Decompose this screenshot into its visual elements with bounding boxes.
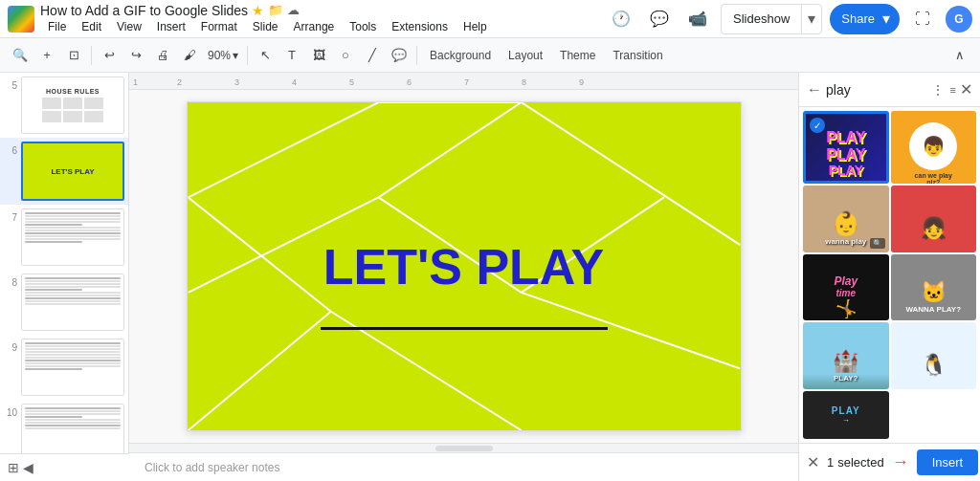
gif-format-btn[interactable]: ≡ (950, 84, 956, 96)
house-rules-label: HOUSE RULES (46, 88, 100, 95)
slide-title: LET'S PLAY (323, 238, 605, 295)
share-button-group: Share ▾ (830, 4, 900, 34)
gif-item-9[interactable]: PLAY → (803, 391, 889, 439)
comment-add-btn[interactable]: 💬 (387, 43, 412, 68)
gif-close-btn[interactable]: ✕ (960, 80, 972, 98)
main-content: 5 HOUSE RULES 6 (0, 73, 980, 481)
line-btn[interactable]: ╱ (360, 43, 385, 68)
app-icon (8, 6, 34, 33)
text-btn[interactable]: T (279, 43, 304, 68)
gif-item-1[interactable]: PLAY PLAY PLAY ✓ (803, 111, 889, 184)
gif-item-7[interactable]: 🏰 PLAY? (803, 322, 889, 389)
scrollbar-thumb[interactable] (435, 446, 493, 451)
menu-file[interactable]: File (40, 18, 74, 35)
slide-thumb-8 (21, 273, 124, 331)
slide-num-9: 9 (4, 342, 17, 353)
speaker-notes[interactable]: Click to add speaker notes (129, 452, 798, 481)
menu-insert[interactable]: Insert (149, 18, 193, 35)
slide-canvas[interactable]: LET'S PLAY (187, 101, 742, 431)
paint-format-btn[interactable]: 🖌 (177, 43, 202, 68)
share-main-btn[interactable]: Share (841, 11, 875, 26)
slide-item-7[interactable]: 7 (0, 205, 128, 270)
transition-btn[interactable]: Transition (605, 47, 670, 64)
gif-item-2[interactable]: 👦 can we play plz? (891, 111, 977, 184)
comment-icon[interactable]: 💬 (644, 4, 675, 34)
gif-item-6[interactable]: 🐱 WANNA PLAY? (891, 254, 977, 321)
ruler-horizontal: 1 2 3 4 5 6 7 8 9 (129, 73, 798, 90)
layout-btn[interactable]: Layout (501, 47, 550, 64)
gif-panel: ← play ⋮ ≡ ✕ PLAY PLAY PLAY ✓ 👦 (798, 73, 980, 481)
slide-item-5[interactable]: 5 HOUSE RULES (0, 73, 128, 138)
menu-tools[interactable]: Tools (342, 18, 384, 35)
image-btn[interactable]: 🖼 (306, 43, 331, 68)
expand-icon[interactable]: ⛶ (907, 4, 938, 34)
avatar[interactable]: G (946, 6, 972, 33)
undo-btn[interactable]: ↩ (97, 43, 122, 68)
gif-item-3[interactable]: 👶 wanna play 🔍 (803, 186, 889, 252)
menu-extensions[interactable]: Extensions (384, 18, 456, 35)
gif-search-title: play (826, 82, 927, 98)
svg-text:8: 8 (522, 77, 526, 87)
menu-view[interactable]: View (109, 18, 149, 35)
gif-item-5[interactable]: Play time 🤸 (803, 254, 889, 321)
background-btn[interactable]: Background (422, 47, 499, 64)
menu-slide[interactable]: Slide (245, 18, 286, 35)
svg-text:3: 3 (234, 77, 239, 87)
full-screen-btn[interactable]: ⊡ (61, 43, 86, 68)
selected-number: 1 (827, 455, 834, 470)
menu-edit[interactable]: Edit (74, 18, 109, 35)
slide-item-8[interactable]: 8 (0, 270, 128, 335)
selected-count-display: 1 selected (827, 455, 884, 470)
zoom-display[interactable]: 90% ▾ (204, 49, 242, 62)
redo-btn[interactable]: ↪ (123, 43, 148, 68)
svg-text:2: 2 (177, 77, 182, 87)
grid-view-btn[interactable]: ⊞ (8, 460, 19, 475)
slide-item-9[interactable]: 9 (0, 335, 128, 400)
doc-title: How to Add a GIF to Google Slides ★ 📁 ☁ (40, 3, 600, 18)
gif-item-8[interactable]: 🐧 (891, 322, 977, 389)
svg-line-9 (188, 102, 378, 197)
slide-thumb-6: LET'S PLAY (21, 142, 124, 201)
slide-num-6: 6 (4, 145, 17, 156)
svg-text:6: 6 (407, 77, 412, 87)
svg-text:9: 9 (579, 77, 584, 87)
menu-help[interactable]: Help (456, 18, 495, 35)
gif-item-4[interactable]: 👧 (891, 186, 977, 252)
insert-button[interactable]: Insert (917, 449, 979, 475)
shape-btn[interactable]: ○ (333, 43, 358, 68)
gif-options-btn[interactable]: ⋮ (931, 82, 945, 98)
drive-icon[interactable]: 📁 (268, 3, 283, 17)
title-area: How to Add a GIF to Google Slides ★ 📁 ☁ … (40, 3, 600, 35)
menu-arrange[interactable]: Arrange (286, 18, 343, 35)
video-icon[interactable]: 📹 (682, 4, 713, 34)
selected-text: selected (837, 455, 883, 470)
slide-item-6[interactable]: 6 LET'S PLAY (0, 138, 128, 205)
slide-thumb-9 (21, 339, 124, 396)
zoom-out-btn[interactable]: 🔍 (8, 43, 33, 68)
star-icon[interactable]: ★ (252, 3, 264, 18)
horizontal-scrollbar[interactable] (129, 443, 798, 452)
slide-num-10: 10 (4, 407, 17, 418)
slideshow-main-btn[interactable]: Slideshow (722, 5, 802, 33)
collapse-panel-btn[interactable]: ◀ (23, 460, 33, 475)
menu-format[interactable]: Format (193, 18, 245, 35)
title-underline (321, 327, 608, 330)
deselect-btn[interactable]: ✕ (807, 453, 819, 471)
search-overlay-icon: 🔍 (870, 238, 885, 249)
gif-back-btn[interactable]: ← (807, 81, 822, 98)
share-dropdown-btn[interactable]: ▾ (875, 10, 898, 28)
print-btn[interactable]: 🖨 (150, 43, 175, 68)
theme-btn[interactable]: Theme (552, 47, 603, 64)
toolbar-divider-3 (416, 46, 417, 65)
collapse-btn[interactable]: ∧ (947, 43, 972, 68)
cursor-btn[interactable]: ↖ (253, 43, 278, 68)
slide-thumb-5: HOUSE RULES (21, 77, 124, 134)
svg-line-15 (521, 293, 740, 369)
slide-num-8: 8 (4, 277, 17, 288)
canvas-area: 1 2 3 4 5 6 7 8 9 (129, 73, 798, 481)
history-icon[interactable]: 🕐 (606, 4, 636, 34)
svg-text:5: 5 (349, 77, 354, 87)
selected-check-badge: ✓ (810, 118, 825, 133)
slideshow-dropdown-btn[interactable]: ▾ (802, 5, 821, 33)
zoom-in-btn[interactable]: + (34, 43, 59, 68)
